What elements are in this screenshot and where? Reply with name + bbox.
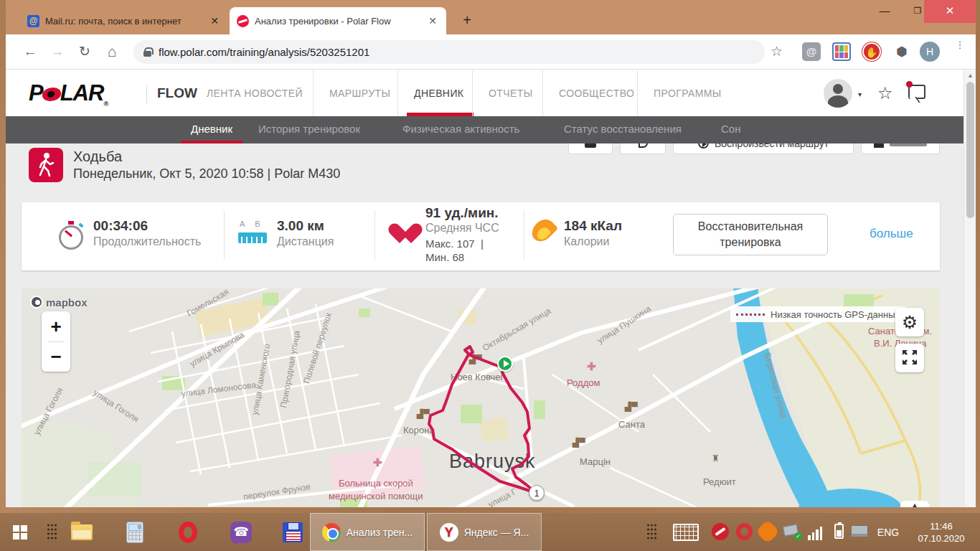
stopwatch-icon: [59, 221, 85, 250]
yandex-window-title: Яндекс — Я...: [464, 527, 529, 538]
scroll-up-icon[interactable]: ▲: [967, 72, 974, 79]
avatar-caret-icon[interactable]: ▾: [858, 90, 862, 98]
browser-profile-avatar[interactable]: H: [920, 42, 940, 62]
favorites-star-icon[interactable]: ☆: [877, 83, 893, 103]
browser-menu-icon[interactable]: ⋮: [953, 42, 967, 62]
subnav-training-history[interactable]: История тренировок: [258, 116, 360, 143]
zoom-out-button[interactable]: −: [42, 342, 70, 372]
zoom-in-button[interactable]: +: [42, 311, 70, 342]
nav-routes[interactable]: МАРШРУТЫ: [313, 70, 390, 116]
extensions-puzzle-icon[interactable]: ⬢: [892, 42, 911, 61]
reload-icon[interactable]: ↻: [75, 42, 95, 62]
floppy-icon: [283, 522, 303, 542]
yandex-icon: Y: [440, 523, 458, 542]
tab-polar-flow[interactable]: Анализ тренировки - Polar Flow ✕: [230, 7, 446, 34]
opera-button[interactable]: [171, 513, 205, 551]
taskbar-chrome-window[interactable]: Анализ трен...: [310, 513, 425, 551]
workout-summary-card: 00:34:06 Продолжительность AB 3.00 км Ди…: [22, 202, 940, 270]
mapbox-logo[interactable]: mapbox: [30, 296, 88, 309]
tab-title: Mail.ru: почта, поиск в интернет: [45, 16, 202, 27]
map-fullscreen-button[interactable]: [895, 344, 924, 372]
tab-close-icon[interactable]: ✕: [426, 14, 439, 27]
browser-window: @ Mail.ru: почта, поиск в интернет ✕ Ана…: [6, 0, 976, 507]
opera-tray-icon[interactable]: [736, 523, 753, 540]
avast-tray-icon[interactable]: [755, 519, 780, 544]
route-end-marker[interactable]: 1: [529, 485, 545, 501]
tab-close-icon[interactable]: ✕: [208, 14, 221, 27]
subnav-sleep[interactable]: Сон: [721, 116, 740, 143]
taskbar-dots-icon[interactable]: [43, 513, 60, 551]
notifications-icon[interactable]: [908, 85, 925, 99]
adblock-icon[interactable]: ✋: [862, 42, 881, 61]
windows-taskbar: ☎ Анализ трен... YЯндекс — Я... ✓ ENG 11…: [0, 513, 980, 551]
map-settings-button[interactable]: ⚙: [895, 308, 924, 336]
subnav-recovery-status[interactable]: Статус восстановления: [564, 116, 682, 143]
viber-icon: ☎: [230, 522, 252, 543]
flowsync-tray-icon[interactable]: [712, 523, 729, 540]
battery-icon[interactable]: [831, 523, 848, 540]
viber-button[interactable]: ☎: [224, 513, 258, 551]
mapbox-icon: [30, 296, 43, 309]
extension-grid-icon[interactable]: [832, 42, 851, 61]
file-explorer-button[interactable]: [66, 513, 98, 551]
workout-title: Ходьба: [73, 149, 122, 165]
taskbar-yandex-window[interactable]: YЯндекс — Я...: [427, 513, 542, 551]
browser-titlebar: @ Mail.ru: почта, поиск в интернет ✕ Ана…: [6, 0, 976, 34]
start-button[interactable]: [0, 513, 40, 551]
save-app-button[interactable]: [275, 513, 310, 551]
page-scrollbar[interactable]: ▲: [963, 70, 976, 507]
user-avatar[interactable]: [824, 79, 852, 108]
new-tab-button[interactable]: +: [458, 11, 476, 30]
duration-label: Продолжительность: [93, 235, 201, 248]
taskbar-clock[interactable]: 11:4607.10.2020: [905, 513, 977, 551]
language-indicator[interactable]: ENG: [874, 513, 903, 551]
back-icon[interactable]: ←: [20, 42, 40, 62]
nav-reports[interactable]: ОТЧЕТЫ: [472, 70, 532, 116]
notification-badge: [906, 81, 913, 88]
desktop: @ Mail.ru: почта, поиск в интернет ✕ Ана…: [0, 0, 980, 551]
subnav-diary[interactable]: Дневник: [191, 116, 232, 143]
walking-sport-icon: [29, 148, 63, 182]
hr-value: 91 уд./мин.: [425, 205, 499, 221]
chrome-window-title: Анализ трен...: [347, 527, 413, 538]
diary-subnav: Дневник История тренировок Физическая ак…: [6, 116, 963, 143]
training-benefit-button[interactable]: Восстановительная тренировка: [673, 214, 828, 255]
device-sync-tray-icon[interactable]: ✓: [783, 523, 801, 540]
route-start-marker[interactable]: [497, 356, 513, 372]
nav-programs[interactable]: ПРОГРАММЫ: [637, 70, 722, 116]
clock-date: 07.10.2020: [918, 532, 964, 545]
window-minimize-button[interactable]: —: [868, 0, 901, 23]
window-close-button[interactable]: ✕: [924, 0, 976, 23]
tab-mailru[interactable]: @ Mail.ru: почта, поиск в интернет ✕: [20, 7, 228, 34]
nav-feed[interactable]: ЛЕНТА НОВОСТЕЙ: [191, 70, 303, 116]
nav-diary[interactable]: ДНЕВНИК: [397, 70, 463, 116]
bookmark-star-icon[interactable]: ☆: [771, 43, 783, 60]
map-bottom-toggle[interactable]: ▲: [900, 501, 929, 507]
calories-flame-icon: [534, 218, 552, 244]
mailru-favicon: @: [27, 15, 39, 27]
more-link[interactable]: больше: [870, 227, 913, 241]
polar-logo[interactable]: PLAR®: [29, 80, 108, 108]
address-bar[interactable]: flow.polar.com/training/analysis/5203251…: [133, 40, 765, 64]
browser-toolbar: ← → ↻ ⌂ flow.polar.com/training/analysis…: [6, 34, 976, 70]
scrollbar-thumb[interactable]: [966, 82, 974, 218]
workout-subtitle: Понедельник, Окт 5, 2020 10:58 | Polar M…: [73, 166, 340, 182]
tray-hidden-icons[interactable]: [644, 513, 659, 551]
flow-wordmark: FLOW: [146, 85, 197, 103]
forward-icon[interactable]: →: [47, 42, 67, 62]
chrome-icon: [322, 523, 341, 542]
route-map[interactable]: улица Гоголяулица Гоголяулица Ломоносова…: [22, 288, 940, 507]
divider: [224, 211, 225, 260]
home-icon[interactable]: ⌂: [102, 42, 122, 62]
windows-logo-icon: [13, 525, 27, 540]
touch-keyboard-button[interactable]: [667, 513, 705, 551]
subnav-activity[interactable]: Физическая активность: [402, 116, 519, 143]
display-tray-icon[interactable]: [851, 523, 868, 540]
calculator-button[interactable]: [119, 513, 151, 551]
gps-dotted-line: [736, 314, 765, 316]
url-text[interactable]: flow.polar.com/training/analysis/5203251…: [159, 46, 369, 58]
extension-mail-icon[interactable]: @: [802, 42, 821, 61]
network-signal-icon[interactable]: [808, 523, 825, 540]
folder-icon: [71, 524, 93, 540]
nav-community[interactable]: СООБЩЕСТВО: [542, 70, 634, 116]
